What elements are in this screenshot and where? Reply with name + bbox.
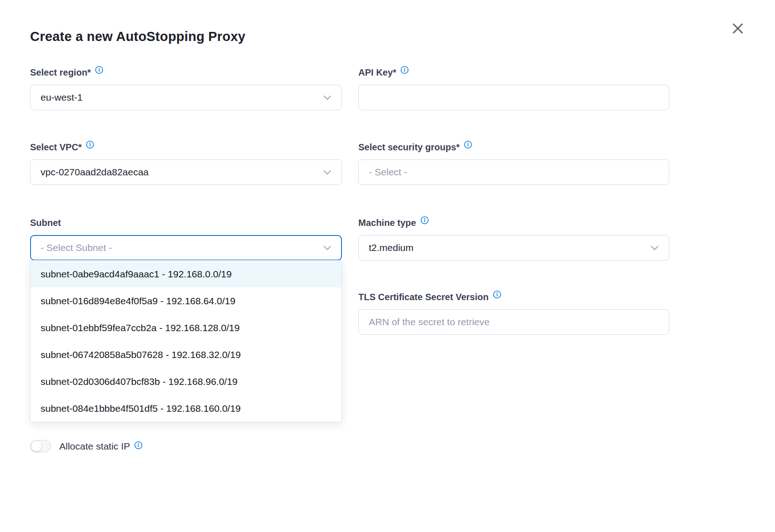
allocate-static-ip-label: Allocate static IP <box>59 441 130 452</box>
subnet-option[interactable]: subnet-02d0306d407bcf83b - 192.168.96.0/… <box>31 368 341 395</box>
vpc-select[interactable]: vpc-0270aad2da82aecaa <box>30 159 342 185</box>
chevron-down-icon <box>323 170 331 175</box>
subnet-label: Subnet <box>30 217 61 229</box>
subnet-placeholder: - Select Subnet - <box>41 242 112 253</box>
allocate-static-ip-row: Allocate static IP <box>30 440 143 452</box>
toggle-knob <box>31 441 41 451</box>
subnet-option[interactable]: subnet-0abe9acd4af9aaac1 - 192.168.0.0/1… <box>31 261 341 287</box>
info-icon[interactable] <box>464 140 472 149</box>
region-value: eu-west-1 <box>41 92 83 103</box>
vpc-label: Select VPC* <box>30 141 82 153</box>
create-autostopping-proxy-dialog: Create a new AutoStopping Proxy Select r… <box>0 0 775 532</box>
security-groups-label: Select security groups* <box>358 141 460 153</box>
machine-type-value: t2.medium <box>369 242 413 253</box>
info-icon[interactable] <box>420 216 429 225</box>
security-groups-field: Select security groups* - Select - <box>358 141 669 185</box>
api-key-field: API Key* <box>358 66 669 110</box>
subnet-select[interactable]: - Select Subnet - <box>30 235 342 261</box>
page-title: Create a new AutoStopping Proxy <box>30 29 245 44</box>
machine-type-select[interactable]: t2.medium <box>358 235 669 261</box>
info-icon[interactable] <box>134 441 143 450</box>
api-key-label: API Key* <box>358 66 396 78</box>
vpc-value: vpc-0270aad2da82aecaa <box>41 167 149 178</box>
info-icon[interactable] <box>493 290 501 299</box>
security-groups-select[interactable]: - Select - <box>358 159 669 185</box>
tls-secret-field: TLS Certificate Secret Version <box>358 291 669 335</box>
subnet-option[interactable]: subnet-016d894e8e4f0f5a9 - 192.168.64.0/… <box>31 287 341 314</box>
region-field: Select region* eu-west-1 <box>30 66 342 110</box>
tls-secret-label: TLS Certificate Secret Version <box>358 291 489 303</box>
subnet-option[interactable]: subnet-084e1bbbe4f501df5 - 192.168.160.0… <box>31 395 341 422</box>
subnet-options-dropdown: subnet-0abe9acd4af9aaac1 - 192.168.0.0/1… <box>30 260 342 422</box>
region-label: Select region* <box>30 66 91 78</box>
chevron-down-icon <box>323 246 331 251</box>
info-icon[interactable] <box>95 66 103 74</box>
security-groups-placeholder: - Select - <box>369 167 407 178</box>
close-icon[interactable] <box>727 17 749 39</box>
api-key-input[interactable] <box>358 85 669 110</box>
vpc-field: Select VPC* vpc-0270aad2da82aecaa <box>30 141 342 185</box>
region-select[interactable]: eu-west-1 <box>30 85 342 110</box>
info-icon[interactable] <box>400 66 409 74</box>
close-x-glyph <box>732 22 744 35</box>
subnet-field: Subnet - Select Subnet - <box>30 217 342 261</box>
machine-type-label: Machine type <box>358 217 416 229</box>
subnet-option[interactable]: subnet-067420858a5b07628 - 192.168.32.0/… <box>31 341 341 368</box>
subnet-option[interactable]: subnet-01ebbf59fea7ccb2a - 192.168.128.0… <box>31 314 341 341</box>
info-icon[interactable] <box>86 140 94 149</box>
chevron-down-icon <box>651 246 659 251</box>
chevron-down-icon <box>323 95 331 100</box>
machine-type-field: Machine type t2.medium <box>358 217 669 261</box>
tls-secret-input[interactable] <box>358 309 669 335</box>
allocate-static-ip-toggle[interactable] <box>30 440 51 452</box>
